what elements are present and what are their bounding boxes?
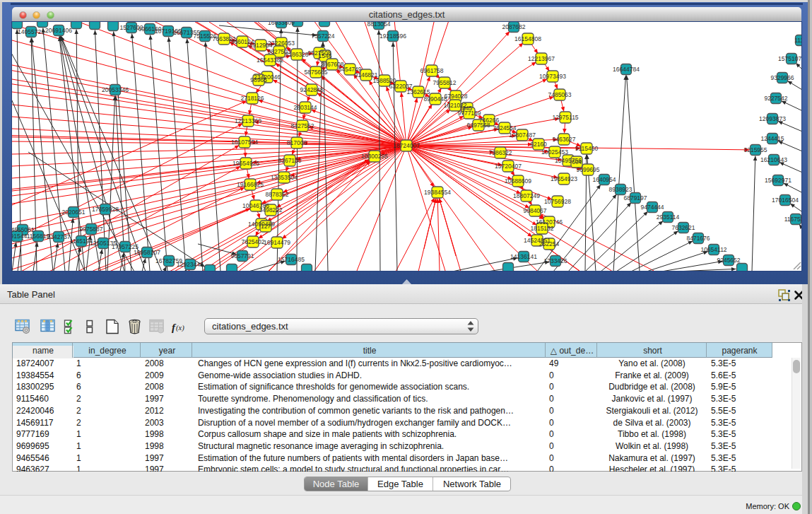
svg-text:(x): (x)	[176, 324, 184, 332]
